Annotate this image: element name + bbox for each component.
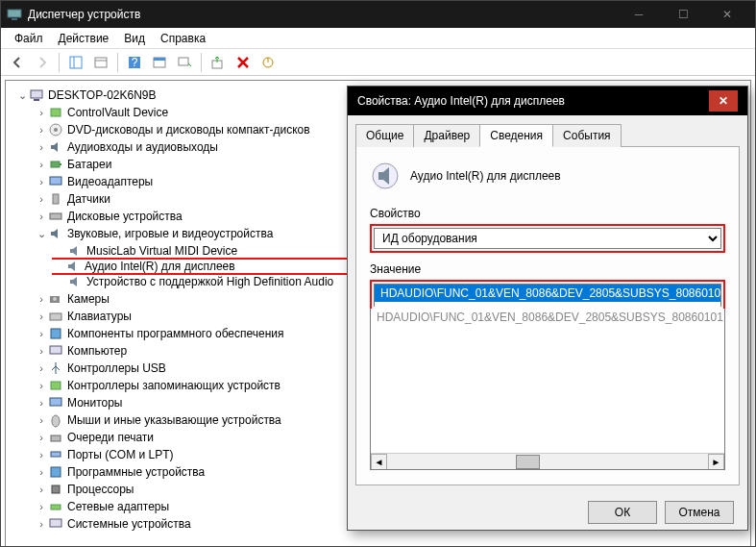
collapse-icon[interactable]: ⌄ (35, 228, 48, 240)
tree-label: Камеры (67, 292, 110, 306)
tree-label: Мониторы (67, 396, 122, 410)
tab-events[interactable]: События (552, 124, 622, 147)
tree-label: Программные устройства (67, 465, 205, 479)
tab-details[interactable]: Сведения (479, 124, 553, 147)
tree-label: Батареи (67, 158, 111, 171)
expand-icon[interactable]: › (35, 193, 48, 205)
menubar: Файл Действие Вид Справка (1, 28, 755, 49)
update-driver-icon[interactable] (207, 52, 229, 73)
scroll-left-icon[interactable]: ◄ (371, 454, 387, 470)
expand-icon[interactable]: › (35, 518, 48, 530)
close-button[interactable]: ✕ (705, 1, 749, 28)
list-item[interactable]: HDAUDIO\FUNC_01&VEN_8086&DEV_2805&SUBSYS… (375, 285, 720, 302)
menu-view[interactable]: Вид (116, 30, 153, 47)
audio-icon (48, 139, 63, 155)
device-properties-dialog: Свойства: Аудио Intel(R) для дисплеев ✕ … (347, 86, 748, 531)
svg-point-17 (54, 128, 58, 132)
menu-help[interactable]: Справка (153, 30, 213, 47)
cancel-button[interactable]: Отмена (665, 501, 734, 524)
svg-rect-25 (50, 313, 61, 320)
expand-icon[interactable]: › (35, 362, 48, 374)
disable-icon[interactable] (257, 52, 279, 73)
display-icon (48, 174, 63, 189)
svg-rect-35 (51, 505, 61, 510)
battery-icon (48, 157, 63, 172)
scan-icon[interactable] (174, 52, 195, 73)
svg-rect-33 (51, 467, 61, 477)
svg-rect-21 (53, 194, 59, 204)
value-listbox-top[interactable]: HDAUDIO\FUNC_01&VEN_8086&DEV_2805&SUBSYS… (374, 284, 721, 307)
tree-label: Компьютер (67, 344, 127, 358)
expand-icon[interactable]: › (35, 107, 48, 118)
speaker-icon (67, 243, 83, 259)
maximize-button[interactable]: ☐ (661, 1, 705, 28)
value-label: Значение (370, 262, 725, 276)
expand-icon[interactable]: › (35, 501, 48, 512)
dialog-close-button[interactable]: ✕ (709, 90, 738, 112)
svg-rect-15 (51, 109, 61, 116)
expand-icon[interactable]: › (35, 345, 48, 357)
properties-icon[interactable] (149, 52, 170, 73)
expand-icon[interactable]: › (35, 466, 48, 478)
tree-label: Контроллеры USB (67, 361, 166, 375)
svg-rect-10 (179, 58, 188, 65)
tree-label: Системные устройства (67, 517, 191, 531)
scroll-right-icon[interactable]: ► (708, 454, 724, 470)
tree-label: Мыши и иные указывающие устройства (67, 413, 281, 427)
show-hide-icon[interactable] (65, 52, 86, 73)
usb-icon (48, 361, 63, 376)
expand-icon[interactable]: › (35, 211, 48, 222)
tree-label: Аудио Intel(R) для дисплеев (85, 260, 235, 273)
svg-rect-18 (51, 162, 60, 167)
value-listbox[interactable]: HDAUDIO\FUNC_01&VEN_8086&DEV_2805&SUBSYS… (370, 309, 725, 470)
expand-icon[interactable]: › (35, 484, 48, 495)
window-icon[interactable] (90, 52, 111, 73)
forward-icon[interactable] (32, 52, 53, 73)
property-select[interactable]: ИД оборудования (374, 228, 721, 249)
sensor-icon (48, 191, 63, 207)
speaker-icon (67, 274, 83, 289)
svg-rect-31 (51, 435, 61, 441)
keyboard-icon (48, 309, 63, 324)
expand-icon[interactable]: › (35, 414, 48, 426)
collapse-icon[interactable]: ⌄ (15, 89, 29, 102)
mouse-icon (48, 412, 63, 428)
svg-point-30 (52, 415, 60, 427)
tree-label: Видеоадаптеры (67, 175, 153, 188)
svg-rect-1 (12, 18, 17, 20)
expand-icon[interactable]: › (35, 176, 48, 187)
dialog-buttons: ОК Отмена (348, 493, 747, 532)
titlebar: Диспетчер устройств ─ ☐ ✕ (1, 1, 755, 28)
dialog-titlebar[interactable]: Свойства: Аудио Intel(R) для дисплеев ✕ (348, 87, 747, 115)
menu-file[interactable]: Файл (7, 30, 51, 47)
back-icon[interactable] (7, 52, 28, 73)
tab-driver[interactable]: Драйвер (413, 124, 480, 147)
expand-icon[interactable]: › (35, 380, 48, 391)
storage-ctrl-icon (48, 378, 63, 393)
ok-button[interactable]: ОК (588, 501, 657, 524)
scroll-thumb[interactable] (516, 455, 540, 469)
expand-icon[interactable]: › (35, 432, 48, 443)
expand-icon[interactable]: › (35, 141, 48, 153)
expand-icon[interactable]: › (35, 124, 48, 136)
expand-icon[interactable]: › (35, 293, 48, 305)
menu-action[interactable]: Действие (51, 30, 117, 47)
expand-icon[interactable]: › (35, 397, 48, 409)
expand-icon[interactable]: › (35, 449, 48, 460)
cpu-icon (48, 482, 63, 497)
svg-rect-4 (95, 58, 107, 67)
help-icon[interactable]: ? (124, 52, 145, 73)
camera-icon (48, 291, 63, 307)
list-item[interactable]: HDAUDIO\FUNC_01&VEN_8086&DEV_2805&SUBSYS… (371, 309, 724, 326)
horizontal-scrollbar[interactable]: ◄ ► (371, 453, 724, 469)
tree-label: Дисковые устройства (67, 210, 183, 223)
uninstall-icon[interactable] (232, 52, 254, 73)
tree-label: Клавиатуры (67, 310, 132, 323)
expand-icon[interactable]: › (35, 311, 48, 322)
monitor-icon (48, 395, 63, 410)
expand-icon[interactable]: › (35, 159, 48, 170)
expand-icon[interactable]: › (35, 328, 48, 339)
minimize-button[interactable]: ─ (617, 1, 661, 28)
tree-label: Датчики (67, 192, 110, 206)
tab-general[interactable]: Общие (355, 124, 414, 147)
